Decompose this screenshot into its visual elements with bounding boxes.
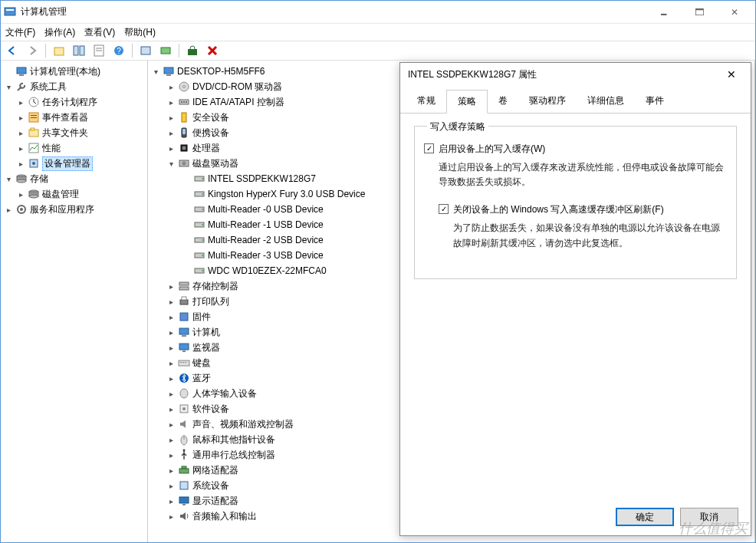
chevron-down-icon[interactable] <box>2 65 15 77</box>
category-icon <box>177 341 191 354</box>
item-icon <box>27 142 41 154</box>
toggle-icon[interactable]: ▸ <box>165 418 177 430</box>
chevron-down-icon[interactable]: ▾ <box>150 65 162 77</box>
tab-general[interactable]: 常规 <box>406 90 446 114</box>
item-icon <box>27 188 41 200</box>
menu-help[interactable]: 帮助(H) <box>124 26 156 39</box>
category-icon <box>177 96 191 108</box>
minimize-button[interactable]: 🗕 <box>646 1 682 24</box>
toggle-icon[interactable]: ▾ <box>2 173 15 185</box>
toggle-icon[interactable]: ▸ <box>165 127 177 139</box>
toggle-icon[interactable]: ▾ <box>165 157 177 169</box>
item-icon <box>27 96 41 108</box>
dialog-tabs: 常规 策略 卷 驱动程序 详细信息 事件 <box>400 89 751 114</box>
toggle-icon[interactable]: ▸ <box>165 81 177 93</box>
help-button[interactable]: ? <box>110 42 127 59</box>
toggle-icon[interactable]: ▸ <box>165 142 177 154</box>
tree-item[interactable]: ▸共享文件夹 <box>2 125 146 140</box>
checkbox-enable-write-cache[interactable] <box>424 143 434 153</box>
svg-rect-11 <box>161 48 170 54</box>
category-icon <box>177 433 191 446</box>
tree-item[interactable]: ▸性能 <box>2 140 146 156</box>
category-icon <box>177 142 191 154</box>
svg-rect-19 <box>31 117 37 118</box>
properties-button[interactable] <box>90 42 107 59</box>
item-icon <box>27 111 41 123</box>
item-icon <box>27 127 41 139</box>
svg-rect-85 <box>179 497 189 503</box>
toggle-icon[interactable]: ▸ <box>15 157 27 169</box>
toggle-icon[interactable]: ▸ <box>165 387 177 400</box>
forward-button[interactable] <box>24 42 41 59</box>
toggle-icon[interactable]: ▸ <box>165 311 177 323</box>
back-button[interactable] <box>4 42 21 59</box>
tab-detail[interactable]: 详细信息 <box>577 90 635 114</box>
toggle-icon[interactable]: ▸ <box>165 111 177 123</box>
tree-group[interactable]: ▸服务和应用程序 <box>2 202 146 217</box>
toggle-icon[interactable]: ▸ <box>165 341 177 354</box>
toggle-icon[interactable]: ▸ <box>165 495 177 507</box>
tree-label: Multi-Reader -2 USB Device <box>208 235 324 245</box>
tree-label: 任务计划程序 <box>42 96 97 109</box>
view-split-button[interactable] <box>71 42 87 59</box>
maximize-button[interactable]: 🗖 <box>682 1 717 24</box>
scan-hardware-button[interactable] <box>184 42 201 59</box>
svg-point-27 <box>17 179 26 183</box>
uninstall-button[interactable] <box>204 42 221 59</box>
menu-view[interactable]: 查看(V) <box>84 26 115 39</box>
toggle-icon[interactable]: ▸ <box>165 96 177 108</box>
cancel-button[interactable]: 取消 <box>680 508 738 526</box>
close-button[interactable]: ✕ <box>717 1 752 24</box>
toggle-icon[interactable]: ▸ <box>15 188 27 200</box>
toolbar-icon-1[interactable] <box>137 42 154 59</box>
menu-file[interactable]: 文件(F) <box>5 26 35 39</box>
checkbox-disable-flush[interactable] <box>439 204 449 214</box>
tab-driver[interactable]: 驱动程序 <box>518 90 577 114</box>
category-icon <box>177 111 191 123</box>
tree-label: DVD/CD-ROM 驱动器 <box>192 81 282 94</box>
drive-icon <box>192 234 206 246</box>
svg-rect-64 <box>180 300 188 304</box>
toggle-icon[interactable]: ▸ <box>165 280 177 292</box>
dialog-title: INTEL SSDPEKKW128G7 属性 <box>408 68 720 81</box>
tab-event[interactable]: 事件 <box>635 90 675 114</box>
toggle-icon[interactable]: ▸ <box>165 510 177 522</box>
svg-rect-3 <box>74 46 78 55</box>
tree-group[interactable]: ▾系统工具 <box>2 79 146 94</box>
tree-group[interactable]: ▾存储 <box>2 171 146 186</box>
tree-label: Multi-Reader -3 USB Device <box>208 250 324 261</box>
svg-point-78 <box>182 407 186 410</box>
tree-label: 键盘 <box>192 357 211 370</box>
tree-item[interactable]: ▸磁盘管理 <box>2 186 146 202</box>
toolbar-icon-2[interactable] <box>157 42 174 59</box>
toggle-icon[interactable]: ▸ <box>15 111 27 123</box>
toggle-icon[interactable]: ▸ <box>165 357 177 369</box>
toggle-icon[interactable]: ▸ <box>165 403 177 415</box>
ok-button[interactable]: 确定 <box>616 508 674 526</box>
tab-volume[interactable]: 卷 <box>488 90 518 114</box>
toggle-icon[interactable]: ▸ <box>15 127 27 139</box>
toggle-icon[interactable]: ▸ <box>165 372 177 384</box>
toggle-icon[interactable]: ▸ <box>2 203 15 216</box>
dialog-close-button[interactable]: ✕ <box>720 68 743 81</box>
menu-operate[interactable]: 操作(A) <box>44 26 75 39</box>
tree-root[interactable]: 计算机管理(本地) <box>2 64 146 79</box>
svg-rect-34 <box>166 74 171 76</box>
toggle-icon[interactable]: ▸ <box>165 433 177 446</box>
tree-item[interactable]: ▸事件查看器 <box>2 110 146 125</box>
toggle-icon[interactable]: ▾ <box>2 81 15 93</box>
tab-policy[interactable]: 策略 <box>446 90 488 114</box>
up-button[interactable] <box>51 42 67 59</box>
tree-item[interactable]: ▸任务计划程序 <box>2 94 146 110</box>
svg-rect-70 <box>182 350 186 352</box>
toggle-icon[interactable]: ▸ <box>165 464 177 476</box>
tree-item[interactable]: ▸设备管理器 <box>2 156 146 171</box>
toggle-icon[interactable]: ▸ <box>165 326 177 338</box>
dialog-titlebar: INTEL SSDPEKKW128G7 属性 ✕ <box>400 63 751 86</box>
toggle-icon[interactable]: ▸ <box>165 449 177 461</box>
svg-rect-2 <box>54 48 64 55</box>
toggle-icon[interactable]: ▸ <box>165 295 177 308</box>
toggle-icon[interactable]: ▸ <box>15 142 27 154</box>
toggle-icon[interactable]: ▸ <box>15 96 27 108</box>
toggle-icon[interactable]: ▸ <box>165 479 177 492</box>
